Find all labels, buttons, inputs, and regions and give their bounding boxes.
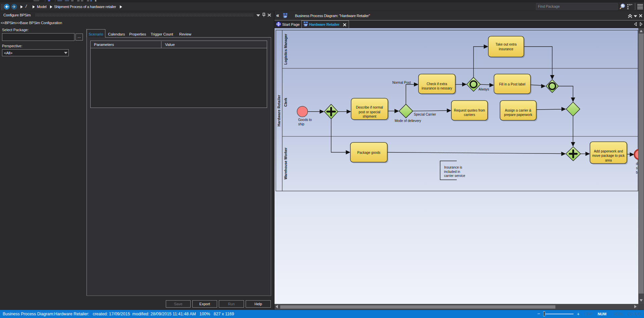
svg-text:carriers: carriers [464,113,475,117]
svg-text:included in: included in [444,170,460,174]
svg-text:Describe if normal: Describe if normal [356,106,383,109]
svg-text:Always: Always [479,87,489,91]
svg-text:prepare paperwork: prepare paperwork [504,113,533,117]
svg-text:Warehouse Worker: Warehouse Worker [284,147,288,179]
svg-text:Normal Post: Normal Post [392,81,411,84]
svg-text:shipment: shipment [363,115,377,118]
svg-text:Insurance is: Insurance is [444,166,462,169]
svg-text:Package goods: Package goods [357,151,381,154]
svg-text:Take out extra: Take out extra [496,43,517,46]
svg-text:Request quotes from: Request quotes from [454,109,485,112]
svg-text:Goods to: Goods to [298,118,312,122]
svg-text:Assign a carrier &: Assign a carrier & [505,109,532,112]
svg-text:insurance: insurance [499,47,513,51]
svg-text:ship: ship [298,122,305,126]
svg-text:Hardware Retailer: Hardware Retailer [277,95,281,126]
svg-text:Logistics Manager: Logistics Manager [284,34,288,65]
svg-text:Add paperwork and: Add paperwork and [594,149,623,153]
svg-text:move package to pick: move package to pick [592,154,625,157]
svg-text:Check if extra: Check if extra [427,82,447,86]
svg-text:insurance is nessary: insurance is nessary [422,86,452,90]
svg-text:Fill in a Post label: Fill in a Post label [499,82,525,86]
svg-text:Special Carrier: Special Carrier [414,113,436,116]
svg-text:b: b [636,171,638,174]
svg-text:s: s [636,166,638,170]
svg-text:area: area [605,158,612,162]
svg-text:carrier service: carrier service [444,174,465,178]
svg-text:post or special: post or special [359,110,380,114]
svg-text:d: d [636,162,638,166]
svg-text:Clerk: Clerk [284,98,288,107]
svg-text:Mode of delievery: Mode of delievery [395,119,421,123]
